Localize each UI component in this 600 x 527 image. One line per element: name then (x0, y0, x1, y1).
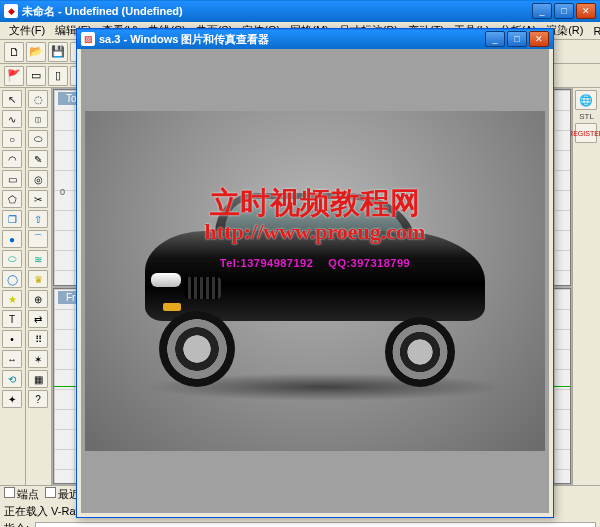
box-icon[interactable]: ❒ (2, 210, 22, 228)
popup-minimize-button[interactable]: _ (485, 31, 505, 47)
trim-icon[interactable]: ✂ (28, 190, 48, 208)
window-title: 未命名 - Undefined (Undefined) (22, 4, 530, 19)
revolve-icon[interactable]: ⟲ (2, 370, 22, 388)
save-icon[interactable]: 💾 (48, 42, 68, 62)
polygon-icon[interactable]: ⬠ (2, 190, 22, 208)
image-viewer-window[interactable]: ▧ sa.3 - Windows 图片和传真查看器 _ □ ✕ 立时视频教程网 … (76, 28, 554, 518)
wheel-rear (385, 317, 455, 387)
popup-close-button[interactable]: ✕ (529, 31, 549, 47)
polyline-icon[interactable]: ⎅ (28, 110, 48, 128)
menu-rhinogold[interactable]: RhinoGold (588, 24, 600, 38)
new-icon[interactable]: 🗋 (4, 42, 24, 62)
popup-app-icon: ▧ (81, 32, 95, 46)
star-icon[interactable]: ★ (2, 290, 22, 308)
group-tool-icon[interactable]: ▦ (28, 370, 48, 388)
left-toolbox-col1: ↖ ∿ ○ ◠ ▭ ⬠ ❒ ● ⬭ ◯ ★ T • ↔ ⟲ ✦ (0, 88, 26, 485)
minimize-button[interactable]: _ (532, 3, 552, 19)
close-button[interactable]: ✕ (576, 3, 596, 19)
misc-icon[interactable]: ✦ (2, 390, 22, 408)
car-grille (185, 277, 221, 299)
array-icon[interactable]: ⠿ (28, 330, 48, 348)
open-icon[interactable]: 📂 (26, 42, 46, 62)
snap-endpoint[interactable]: 端点 (4, 487, 39, 502)
popup-title: sa.3 - Windows 图片和传真查看器 (99, 32, 483, 47)
render-image: 立时视频教程网 http://www.proeug.com Tel:137949… (85, 111, 545, 451)
rect-icon[interactable]: ▭ (2, 170, 22, 188)
globe-icon[interactable]: 🌐 (575, 90, 597, 110)
maximize-button[interactable]: □ (554, 3, 574, 19)
explode-icon[interactable]: ✶ (28, 350, 48, 368)
axis-marker: 0 (60, 187, 65, 197)
menu-file[interactable]: 文件(F) (4, 22, 50, 39)
main-titlebar: ◆ 未命名 - Undefined (Undefined) _ □ ✕ (0, 0, 600, 22)
ellipse-icon[interactable]: ⬭ (28, 130, 48, 148)
crown-icon[interactable]: ♛ (28, 270, 48, 288)
offset-icon[interactable]: ◎ (28, 170, 48, 188)
command-row: 指令: (0, 520, 600, 527)
text-icon[interactable]: T (2, 310, 22, 328)
left-toolbox-col2: ◌ ⎅ ⬭ ✎ ◎ ✂ ⇧ ⌒ ≋ ♛ ⊕ ⇄ ⠿ ✶ ▦ ? (26, 88, 52, 485)
lasso-icon[interactable]: ◌ (28, 90, 48, 108)
torus-icon[interactable]: ◯ (2, 270, 22, 288)
help-tool-icon[interactable]: ? (28, 390, 48, 408)
fillet-icon[interactable]: ⌒ (28, 230, 48, 248)
cylinder-icon[interactable]: ⬭ (2, 250, 22, 268)
app-icon: ◆ (4, 4, 18, 18)
right-panel: 🌐 STL REGISTER (572, 88, 600, 485)
car-body (145, 231, 485, 321)
popup-body: 立时视频教程网 http://www.proeug.com Tel:137949… (81, 49, 549, 513)
arc-icon[interactable]: ◠ (2, 150, 22, 168)
freeform-icon[interactable]: ✎ (28, 150, 48, 168)
stl-label: STL (575, 112, 598, 121)
loft-icon[interactable]: ≋ (28, 250, 48, 268)
command-input[interactable] (35, 522, 596, 528)
new-flag-icon[interactable]: 🚩 (4, 66, 24, 86)
popup-titlebar[interactable]: ▧ sa.3 - Windows 图片和传真查看器 _ □ ✕ (77, 29, 553, 49)
wheel-front (159, 311, 235, 387)
command-label: 指令: (4, 521, 29, 527)
dim-icon[interactable]: ↔ (2, 350, 22, 368)
popup-maximize-button[interactable]: □ (507, 31, 527, 47)
mirror-icon[interactable]: ⇄ (28, 310, 48, 328)
curve-icon[interactable]: ∿ (2, 110, 22, 128)
boolean-icon[interactable]: ⊕ (28, 290, 48, 308)
register-icon[interactable]: REGISTER (575, 123, 597, 143)
view-front-icon[interactable]: ▯ (48, 66, 68, 86)
car-render (125, 181, 505, 381)
extrude-icon[interactable]: ⇧ (28, 210, 48, 228)
car-headlight (151, 273, 181, 287)
pointer-icon[interactable]: ↖ (2, 90, 22, 108)
car-foglight (163, 303, 181, 311)
point-icon[interactable]: • (2, 330, 22, 348)
view-top-icon[interactable]: ▭ (26, 66, 46, 86)
sphere-icon[interactable]: ● (2, 230, 22, 248)
circle-icon[interactable]: ○ (2, 130, 22, 148)
